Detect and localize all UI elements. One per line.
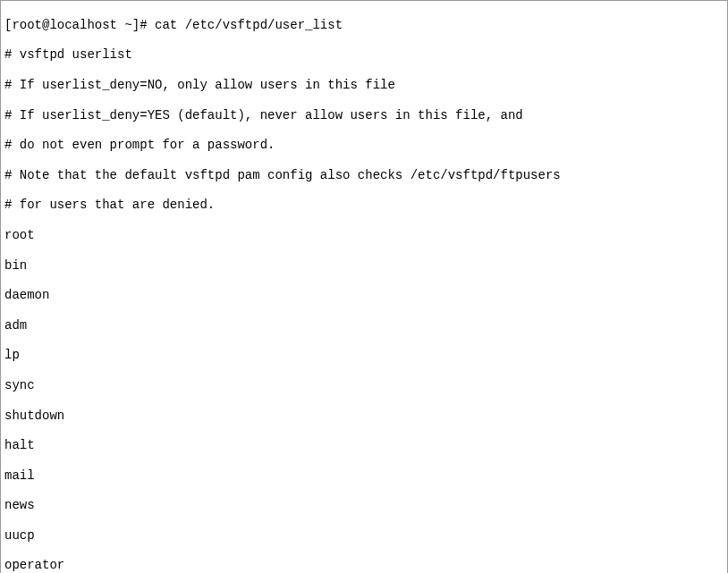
terminal-line: root [4, 228, 724, 243]
terminal-line: sync [4, 378, 724, 393]
terminal-line: news [4, 498, 724, 513]
terminal-line: lp [4, 348, 724, 363]
terminal-line: operator [4, 558, 724, 573]
terminal-line: # If userlist_deny=YES (default), never … [4, 108, 724, 123]
terminal-window[interactable]: [root@localhost ~]# cat /etc/vsftpd/user… [0, 0, 728, 573]
terminal-line: [root@localhost ~]# cat /etc/vsftpd/user… [4, 18, 724, 33]
terminal-line: mail [4, 468, 724, 484]
terminal-line: daemon [4, 288, 724, 303]
terminal-line: # vsftpd userlist [4, 47, 724, 63]
terminal-line: adm [4, 318, 724, 333]
terminal-line: uucp [4, 528, 724, 544]
terminal-line: bin [4, 258, 724, 274]
terminal-line: halt [4, 438, 724, 453]
terminal-line: # for users that are denied. [4, 198, 724, 213]
terminal-line: # do not even prompt for a password. [4, 138, 724, 153]
terminal-line: shutdown [4, 409, 724, 424]
terminal-line: # If userlist_deny=NO, only allow users … [4, 78, 724, 93]
terminal-line: # Note that the default vsftpd pam confi… [4, 168, 724, 183]
